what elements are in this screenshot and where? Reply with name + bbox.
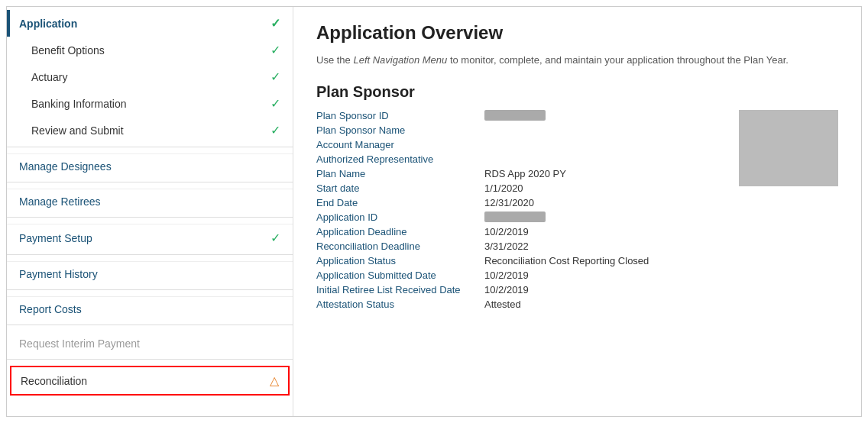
divider-3 xyxy=(7,217,293,218)
label-plan-name: Plan Name xyxy=(316,168,484,179)
value-plan-sponsor-id xyxy=(484,110,546,121)
value-start-date: 1/1/2020 xyxy=(484,182,523,194)
description-italic: Left Navigation Menu xyxy=(353,54,447,66)
sidebar-item-label: Manage Retirees xyxy=(19,195,101,208)
divider-1 xyxy=(7,147,293,147)
sidebar-item-reconciliation[interactable]: Reconciliation △ xyxy=(10,366,290,396)
info-row-start-date: Start date 1/1/2020 xyxy=(316,182,708,194)
info-row-authorized-rep: Authorized Representative xyxy=(316,153,708,165)
description: Use the Left Navigation Menu to monitor,… xyxy=(316,53,838,68)
sidebar-item-label: Request Interim Payment xyxy=(19,337,140,350)
label-plan-sponsor-name: Plan Sponsor Name xyxy=(316,124,484,136)
page-title: Application Overview xyxy=(316,22,838,44)
sidebar-item-application[interactable]: Application ✓ xyxy=(7,10,293,37)
value-submitted-date: 10/2/2019 xyxy=(484,270,529,281)
check-icon-application: ✓ xyxy=(270,16,280,31)
value-plan-name: RDS App 2020 PY xyxy=(484,168,566,179)
plan-sponsor-image xyxy=(739,110,838,186)
sidebar-item-label: Review and Submit xyxy=(31,124,124,137)
sidebar-item-review-and-submit[interactable]: Review and Submit ✓ xyxy=(7,117,293,144)
value-application-id xyxy=(484,212,546,222)
divider-4 xyxy=(7,254,293,255)
sidebar-item-label: Payment Setup xyxy=(19,232,92,244)
check-icon-payment-setup: ✓ xyxy=(270,231,280,245)
sidebar-item-manage-retirees[interactable]: Manage Retirees xyxy=(7,189,293,214)
label-application-deadline: Application Deadline xyxy=(316,226,484,237)
divider-6 xyxy=(7,325,293,325)
sidebar-item-label: Manage Designees xyxy=(19,160,112,173)
sidebar-item-label: Payment History xyxy=(19,268,98,280)
description-text-2: to monitor, complete, and maintain your … xyxy=(447,54,789,66)
value-application-status: Reconciliation Cost Reporting Closed xyxy=(484,255,649,266)
label-reconciliation-deadline: Reconciliation Deadline xyxy=(316,241,484,252)
sidebar-item-label: Banking Information xyxy=(31,98,127,110)
main-content: Application Overview Use the Left Naviga… xyxy=(293,7,861,416)
value-reconciliation-deadline: 3/31/2022 xyxy=(484,241,529,252)
sidebar: Application ✓ Benefit Options ✓ Actuary … xyxy=(7,7,293,416)
description-text-1: Use the xyxy=(316,54,353,66)
value-end-date: 12/31/2020 xyxy=(484,197,534,208)
sidebar-item-manage-designees[interactable]: Manage Designees xyxy=(7,153,293,179)
sidebar-item-label: Reconciliation xyxy=(21,375,87,387)
info-row-application-id: Application ID xyxy=(316,212,708,223)
divider-5 xyxy=(7,289,293,290)
value-application-deadline: 10/2/2019 xyxy=(484,226,529,237)
sidebar-item-benefit-options[interactable]: Benefit Options ✓ xyxy=(7,37,293,63)
sidebar-item-label: Actuary xyxy=(31,71,67,83)
label-authorized-rep: Authorized Representative xyxy=(316,153,484,165)
info-row-submitted-date: Application Submitted Date 10/2/2019 xyxy=(316,270,708,281)
warning-icon-reconciliation: △ xyxy=(270,373,279,388)
check-icon-banking: ✓ xyxy=(270,96,280,111)
info-row-reconciliation-deadline: Reconciliation Deadline 3/31/2022 xyxy=(316,241,708,252)
info-row-retiree-list-date: Initial Retiree List Received Date 10/2/… xyxy=(316,284,708,295)
sidebar-item-banking-information[interactable]: Banking Information ✓ xyxy=(7,90,293,117)
check-icon-review: ✓ xyxy=(270,123,280,137)
info-row-application-status: Application Status Reconciliation Cost R… xyxy=(316,255,708,266)
label-submitted-date: Application Submitted Date xyxy=(316,270,484,281)
label-retiree-list-date: Initial Retiree List Received Date xyxy=(316,284,484,295)
sidebar-item-report-costs[interactable]: Report Costs xyxy=(7,296,293,321)
sidebar-item-actuary[interactable]: Actuary ✓ xyxy=(7,63,293,90)
label-application-status: Application Status xyxy=(316,255,484,266)
sidebar-item-label: Application xyxy=(19,18,77,30)
app-container: Application ✓ Benefit Options ✓ Actuary … xyxy=(6,6,862,417)
value-retiree-list-date: 10/2/2019 xyxy=(484,284,529,295)
check-icon-actuary: ✓ xyxy=(270,69,280,84)
label-application-id: Application ID xyxy=(316,212,484,223)
info-row-account-manager: Account Manager xyxy=(316,139,708,150)
sidebar-item-payment-history[interactable]: Payment History xyxy=(7,261,293,286)
info-row-end-date: End Date 12/31/2020 xyxy=(316,197,708,208)
plan-sponsor-section-title: Plan Sponsor xyxy=(316,83,838,101)
info-row-plan-sponsor-id: Plan Sponsor ID xyxy=(316,110,708,121)
info-row-attestation-status: Attestation Status Attested xyxy=(316,299,708,310)
sidebar-item-request-interim-payment: Request Interim Payment xyxy=(7,331,293,356)
info-row-plan-name: Plan Name RDS App 2020 PY xyxy=(316,168,708,179)
label-end-date: End Date xyxy=(316,197,484,208)
label-account-manager: Account Manager xyxy=(316,139,484,150)
value-attestation-status: Attested xyxy=(484,299,521,310)
info-grid: Plan Sponsor ID Plan Sponsor Name Accoun… xyxy=(316,110,838,313)
label-attestation-status: Attestation Status xyxy=(316,299,484,310)
label-start-date: Start date xyxy=(316,182,484,194)
sidebar-item-label: Benefit Options xyxy=(31,44,105,57)
divider-7 xyxy=(7,359,293,360)
info-row-plan-sponsor-name: Plan Sponsor Name xyxy=(316,124,708,136)
sidebar-item-label: Report Costs xyxy=(19,303,82,315)
info-row-application-deadline: Application Deadline 10/2/2019 xyxy=(316,226,708,237)
info-left: Plan Sponsor ID Plan Sponsor Name Accoun… xyxy=(316,110,708,313)
check-icon-benefit-options: ✓ xyxy=(270,43,280,57)
label-plan-sponsor-id: Plan Sponsor ID xyxy=(316,110,484,121)
divider-2 xyxy=(7,182,293,182)
sidebar-item-payment-setup[interactable]: Payment Setup ✓ xyxy=(7,224,293,251)
